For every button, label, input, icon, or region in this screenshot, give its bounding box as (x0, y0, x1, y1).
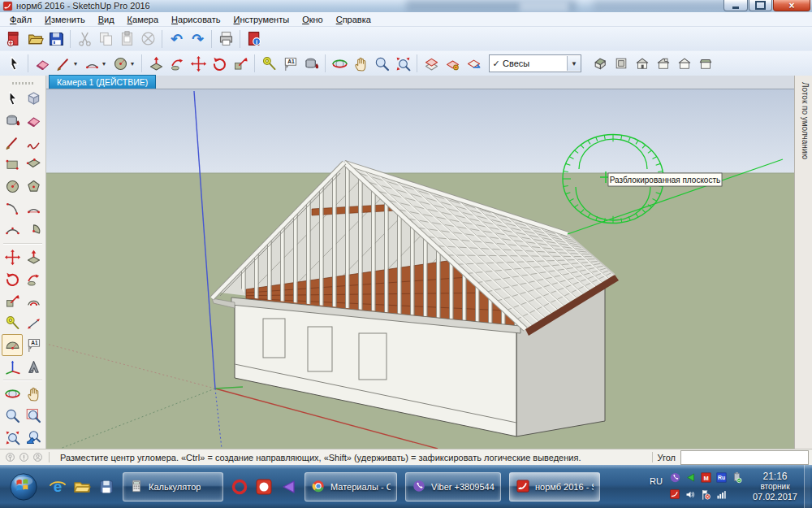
save-button[interactable] (45, 28, 67, 50)
protractor-tool-button[interactable] (2, 334, 23, 356)
explorer-folder-icon[interactable] (70, 473, 94, 501)
menu-help[interactable]: Справка (330, 13, 378, 26)
taskbar-button-sketchup[interactable]: нормб 2016 - Sketch... (509, 472, 600, 501)
model-info-button[interactable]: i (244, 28, 265, 50)
view-front-button[interactable] (632, 53, 653, 74)
tape-tool-button[interactable] (2, 312, 23, 334)
pan-tool-button[interactable] (23, 383, 44, 405)
geolocate-icon[interactable] (3, 452, 17, 462)
move-tool-button[interactable] (2, 246, 23, 268)
text-button[interactable]: A1 (279, 53, 300, 74)
layers-combobox[interactable]: ✓Свесы▼ (489, 54, 581, 72)
menu-window[interactable]: Окно (296, 13, 330, 26)
view-back-button[interactable] (695, 53, 716, 74)
view-iso-button[interactable] (590, 53, 611, 74)
orbit-tool-button[interactable] (2, 383, 23, 405)
network-signal-icon[interactable] (715, 488, 728, 502)
text-tool-button[interactable]: A1 (23, 334, 44, 356)
zoom-tool-button[interactable] (2, 405, 23, 427)
show-desktop-button[interactable] (804, 465, 810, 508)
freehand-tool-button[interactable] (23, 132, 44, 154)
select-button[interactable] (3, 53, 24, 74)
offset-tool-button[interactable] (23, 290, 44, 312)
sketchup-tray-icon[interactable] (669, 488, 680, 501)
paint-tool-button[interactable] (2, 110, 23, 132)
line-dropdown-icon[interactable]: ▾ (74, 60, 81, 67)
zoom-window-tool-button[interactable] (23, 405, 44, 427)
arc-button[interactable] (81, 53, 102, 74)
media-player-icon[interactable] (276, 473, 300, 501)
layers-dropdown-icon[interactable]: ▼ (567, 56, 581, 71)
copy-button[interactable] (95, 28, 116, 50)
new-button[interactable] (3, 28, 24, 50)
minimize-button[interactable] (723, 0, 748, 11)
floppy-app-icon[interactable] (94, 473, 119, 501)
sign-in-icon[interactable] (31, 452, 45, 462)
toolbar-grip[interactable] (12, 82, 33, 85)
viewport-canvas[interactable]: Разблокированная плоскость (46, 89, 794, 449)
zoom-extents-tool-button[interactable] (2, 427, 23, 449)
menu-camera[interactable]: Камера (121, 13, 165, 26)
maximize-button[interactable] (749, 0, 772, 11)
rotated-rectangle-tool-button[interactable] (23, 154, 44, 176)
scale-button[interactable] (230, 53, 251, 74)
red-app-icon[interactable] (252, 473, 276, 501)
pie-tool-button[interactable] (23, 219, 44, 241)
previous-tool-button[interactable] (23, 427, 44, 449)
viber-tray-icon[interactable] (669, 471, 681, 485)
open-button[interactable] (24, 28, 45, 50)
ie-icon[interactable]: e (45, 473, 70, 501)
dimension-tool-button[interactable] (23, 312, 44, 334)
claim-credit-icon[interactable] (17, 452, 31, 462)
arc2-tool-button[interactable] (2, 198, 23, 219)
pushpull-tool-button[interactable] (23, 246, 44, 268)
circle-button[interactable] (110, 53, 131, 74)
taskbar-button-viber[interactable]: Viber +380954428040 (405, 472, 501, 501)
view-top-button[interactable] (611, 53, 632, 74)
rotate-tool-button[interactable] (2, 268, 23, 290)
eraser-tool-button[interactable] (23, 110, 44, 132)
zoom-extents-button[interactable] (392, 53, 413, 74)
view-left-button[interactable] (674, 53, 695, 74)
print-button[interactable] (215, 28, 236, 50)
line-tool-button[interactable] (2, 132, 23, 154)
rectangle-tool-button[interactable] (2, 154, 23, 176)
paint-button[interactable] (300, 53, 322, 74)
action-center-flag-icon[interactable] (700, 488, 712, 502)
arc-tool-button[interactable] (23, 198, 44, 219)
menu-file[interactable]: Файл (3, 13, 38, 26)
scale-tool-button[interactable] (2, 290, 23, 312)
axes-tool-button[interactable] (2, 356, 23, 378)
scene-tab-camera1[interactable]: Камера 1 (ДЕЙСТВИЕ) (49, 75, 156, 89)
polygon-tool-button[interactable] (23, 176, 44, 198)
start-button[interactable] (6, 468, 41, 506)
redo-button[interactable]: ↷ (187, 28, 208, 50)
adobe-tray-icon[interactable]: M (700, 471, 712, 485)
followme-button[interactable] (166, 53, 188, 74)
tape-button[interactable] (258, 53, 279, 74)
arc3-tool-button[interactable] (2, 219, 23, 241)
language-indicator[interactable]: RU (650, 476, 663, 486)
section-plane-button[interactable] (421, 53, 442, 74)
taskbar-button-chrome[interactable]: Материалы - Строи... (304, 472, 397, 501)
make-component-tool-button[interactable] (23, 88, 44, 110)
circle-tool-button[interactable] (2, 176, 23, 198)
rotate-button[interactable] (209, 53, 230, 74)
section-display-button[interactable] (442, 53, 463, 74)
circle-dropdown-icon[interactable]: ▾ (131, 60, 138, 67)
paste-button[interactable] (116, 28, 137, 50)
taskbar-clock[interactable]: 21:16 вторник 07.02.2017 (753, 471, 797, 502)
menu-view[interactable]: Вид (92, 13, 121, 26)
volume-icon[interactable] (685, 488, 697, 502)
orbit-button[interactable] (329, 53, 350, 74)
menu-edit[interactable]: Изменить (38, 13, 92, 26)
line-button[interactable] (53, 53, 74, 74)
green-arrow-tray-icon[interactable] (685, 471, 697, 485)
arc-dropdown-icon[interactable]: ▾ (102, 60, 110, 67)
cut-button[interactable] (74, 28, 95, 50)
view-right-button[interactable] (653, 53, 674, 74)
close-button[interactable]: × (773, 0, 810, 11)
zoom-button[interactable] (371, 53, 392, 74)
section-cut-button[interactable] (463, 53, 484, 74)
move-button[interactable] (188, 53, 209, 74)
